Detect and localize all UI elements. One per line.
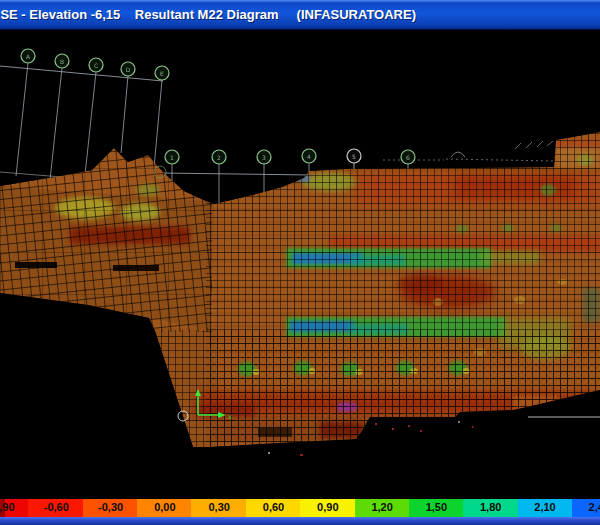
residual-speck: [375, 423, 377, 425]
tick-mark: [547, 141, 553, 146]
residual-speck: [472, 426, 474, 428]
grid-bubble-label: C: [94, 62, 98, 69]
grid-line-b: [50, 68, 62, 180]
grid-line-c: [85, 72, 96, 175]
axis-x-label: x: [228, 413, 232, 421]
residual-speck: [392, 428, 394, 430]
arc-mark: [451, 152, 465, 157]
legend-value-label: 1,80: [480, 501, 501, 513]
background-window-strip[interactable]: [0, 517, 600, 525]
grid-bubble-label: B: [60, 58, 64, 65]
tick-mark: [537, 141, 543, 147]
mesh-slit: [258, 428, 292, 437]
grid-line-left: [0, 172, 62, 177]
window-title-bar[interactable]: ASE - Elevation -6,15 Resultant M22 Diag…: [0, 0, 600, 30]
tick-mark: [515, 143, 521, 149]
mesh-slit: [15, 262, 57, 268]
color-scale-legend: -0,90-0,60-0,300,000,300,600,901,201,501…: [0, 499, 600, 517]
grid-bubble-label: E: [160, 70, 164, 77]
legend-value-label: 1,50: [426, 501, 447, 513]
legend-value-label: 2,40: [589, 501, 600, 513]
grid-bubble-label: 4: [307, 153, 311, 160]
residual-speck: [420, 430, 422, 432]
grid-bubble-label: 6: [406, 154, 410, 161]
window-title: ASE - Elevation -6,15 Resultant M22 Diag…: [0, 0, 416, 29]
tick-mark: [526, 142, 532, 148]
legend-value-label: 0,00: [154, 501, 175, 513]
grid-bubble-label: 3: [262, 154, 266, 161]
grid-bubble-label: 1: [170, 154, 174, 161]
legend-value-label: 0,30: [208, 501, 229, 513]
residual-speck: [458, 421, 460, 423]
grid-line-row2: [160, 173, 312, 175]
mesh-grid-coarse: [0, 130, 600, 460]
residual-speck: [268, 452, 270, 454]
legend-value-label: 0,90: [317, 501, 338, 513]
model-workspace[interactable]: ABCDE123456x: [0, 0, 600, 525]
grid-bubble-label: 2: [217, 154, 221, 161]
residual-speck: [408, 425, 410, 427]
mesh-slit: [113, 265, 159, 271]
legend-value-label: -0,90: [0, 501, 15, 513]
legend-value-label: -0,60: [44, 501, 69, 513]
grid-line-top: [0, 66, 163, 81]
grid-bubble-label: D: [126, 66, 131, 73]
dotted-line-2: [446, 159, 554, 161]
legend-value-label: 1,20: [371, 501, 392, 513]
legend-value-label: -0,30: [98, 501, 123, 513]
mesh-layer: [0, 130, 600, 462]
grid-line-a: [16, 63, 28, 176]
grid-bubble-label: 5: [352, 153, 356, 160]
legend-value-label: 2,10: [534, 501, 555, 513]
model-view-svg[interactable]: ABCDE123456x: [0, 0, 600, 525]
grid-line-d: [121, 76, 128, 153]
residual-speck: [300, 454, 303, 456]
legend-value-label: 0,60: [263, 501, 284, 513]
